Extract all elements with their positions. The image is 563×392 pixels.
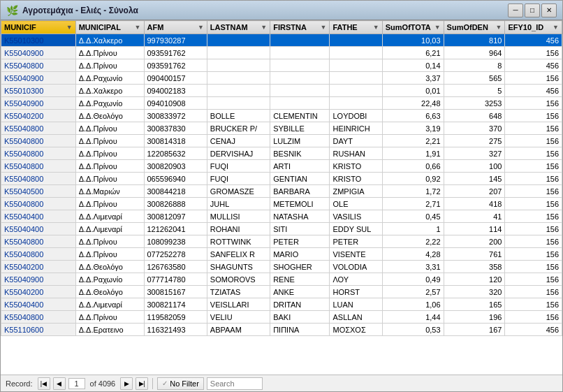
cell-sumofden: 964 <box>444 47 505 59</box>
current-record[interactable]: 1 <box>68 378 85 389</box>
cell-sumofden: 327 <box>444 147 505 160</box>
cell-sumoftota: 3,37 <box>382 72 444 85</box>
cell-firstname: SHOGHER <box>270 261 330 273</box>
cell-sumofden: 565 <box>444 72 505 85</box>
cell-municipal: Δ.Δ.Ραχωνίο <box>75 97 144 110</box>
table-row[interactable]: K55040800Δ.Δ.Πρίνου300837830BRUCKER P/SY… <box>1 122 562 135</box>
table-row[interactable]: K55040800Δ.Δ.Πρίνου077252278SANFELIX RMA… <box>1 248 562 261</box>
cell-municipal: Δ.Δ.Πρίνου <box>75 147 144 160</box>
cell-sumofden: 648 <box>444 110 505 122</box>
cell-efy10_id: 156 <box>505 248 562 261</box>
cell-municipif: K55040800 <box>1 198 76 210</box>
close-button[interactable]: ✕ <box>541 3 557 17</box>
table-row[interactable]: K55040900Δ.Δ.Πρίνου0935917626,21964156 <box>1 47 562 59</box>
col-header-efy10_id[interactable]: EFY10_ID▼ <box>505 21 562 34</box>
cell-efy10_id: 156 <box>505 185 562 198</box>
cell-firstname: LULZIM <box>270 135 330 147</box>
table-row[interactable]: K55040500Δ.Δ.Μαριών300844218GROMASZEBARB… <box>1 185 562 198</box>
table-row[interactable]: K55010300Δ.Δ.Χαλκερο0940021830,015456 <box>1 85 562 97</box>
cell-father: ASLLAN <box>330 311 382 324</box>
table-row[interactable]: K55040200Δ.Δ.Θεολόγο300833972BOLLECLEMEN… <box>1 110 562 122</box>
no-filter-button[interactable]: ✓ No Filter <box>157 377 204 390</box>
cell-firstname <box>270 85 330 97</box>
nav-prev-button[interactable]: ◀ <box>53 377 66 390</box>
cell-efy10_id: 156 <box>505 210 562 223</box>
nav-first-button[interactable]: |◀ <box>38 377 50 390</box>
cell-firstname: METEMOLI <box>270 198 330 210</box>
cell-father <box>330 59 382 72</box>
cell-firstname <box>270 72 330 85</box>
of-label: of 4096 <box>88 379 118 388</box>
col-header-municipif[interactable]: MUNICIF▼ <box>1 21 76 34</box>
cell-sumofden: 810 <box>444 34 505 47</box>
cell-lastname: SOMOROVS <box>207 273 270 286</box>
status-divider <box>152 378 153 389</box>
cell-father: KRISTO <box>330 160 382 173</box>
col-header-afm[interactable]: AFM▼ <box>144 21 207 34</box>
table-row[interactable]: K55040400Δ.Δ.Λιμεναρί300812097MULLISINAT… <box>1 210 562 223</box>
minimize-button[interactable]: ─ <box>508 3 523 17</box>
col-header-firstname[interactable]: FIRSTNA▼ <box>270 21 330 34</box>
col-header-municipal[interactable]: MUNICIPAL▼ <box>75 21 144 34</box>
cell-firstname: PETER <box>270 235 330 248</box>
cell-municipal: Δ.Δ.Πρίνου <box>75 198 144 210</box>
cell-efy10_id: 156 <box>505 261 562 273</box>
col-header-sumofden[interactable]: SumOfDEN▼ <box>444 21 505 34</box>
table-row[interactable]: K55040800Δ.Δ.Πρίνου122085632DERVISHAJBES… <box>1 147 562 160</box>
table-row[interactable]: K55040900Δ.Δ.Ραχωνίο0904001573,37565156 <box>1 72 562 85</box>
table-row[interactable]: K55040800Δ.Δ.Πρίνου300820903FUQIARTIKRIS… <box>1 160 562 173</box>
table-row[interactable]: K55110600Δ.Δ.Ερατεινο116321493ΑΒΡΑΑΜΠΙΠΙ… <box>1 324 562 336</box>
col-header-father[interactable]: FATHE▼ <box>330 21 382 34</box>
maximize-button[interactable]: □ <box>525 3 540 17</box>
table-row[interactable]: K55040400Δ.Δ.Λιμεναρί121262041ROHANISITI… <box>1 223 562 235</box>
table-body: K55010300Δ.Δ.Χαλκερο99793028710,03810456… <box>1 34 562 336</box>
cell-municipif: K55040800 <box>1 173 76 185</box>
cell-afm: 997930287 <box>144 34 207 47</box>
cell-firstname <box>270 47 330 59</box>
col-header-lastname[interactable]: LASTNAM▼ <box>207 21 270 34</box>
cell-afm: 300812097 <box>144 210 207 223</box>
table-row[interactable]: K55040900Δ.Δ.Ραχωνίο09401090822,48325315… <box>1 97 562 110</box>
table-row[interactable]: K55040800Δ.Δ.Πρίνου0935917620,148456 <box>1 59 562 72</box>
cell-efy10_id: 456 <box>505 85 562 97</box>
cell-municipal: Δ.Δ.Πρίνου <box>75 122 144 135</box>
status-bar: Record: |◀ ◀ 1 of 4096 ▶ ▶| ✓ No Filter <box>1 375 562 391</box>
cell-afm: 122085632 <box>144 147 207 160</box>
cell-municipif: K55040200 <box>1 286 76 298</box>
cell-sumofden: 8 <box>444 59 505 72</box>
table-row[interactable]: K55040800Δ.Δ.Πρίνου300826888JUHLMETEMOLI… <box>1 198 562 210</box>
cell-sumoftota: 1,44 <box>382 311 444 324</box>
search-input[interactable] <box>207 377 263 390</box>
cell-municipif: K55040400 <box>1 298 76 311</box>
cell-firstname: SYBILLE <box>270 122 330 135</box>
sort-arrow-icon: ▼ <box>321 24 327 31</box>
nav-last-button[interactable]: ▶| <box>136 377 148 390</box>
table-row[interactable]: K55040200Δ.Δ.Θεολόγο126763580SHAGUNTSSHO… <box>1 261 562 273</box>
table-row[interactable]: K55040800Δ.Δ.Πρίνου108099238ROTTWINKPETE… <box>1 235 562 248</box>
table-row[interactable]: K55040900Δ.Δ.Ραχωνίο077714780SOMOROVSREN… <box>1 273 562 286</box>
cell-sumofden: 5 <box>444 85 505 97</box>
table-scroll-area[interactable]: MUNICIF▼MUNICIPAL▼AFM▼LASTNAM▼FIRSTNA▼FA… <box>1 20 562 375</box>
table-row[interactable]: K55040400Δ.Δ.Λιμεναρί300821174VEISLLARID… <box>1 298 562 311</box>
cell-sumofden: 761 <box>444 248 505 261</box>
cell-father: KRISTO <box>330 173 382 185</box>
cell-lastname: SANFELIX R <box>207 248 270 261</box>
cell-sumoftota: 1,72 <box>382 185 444 198</box>
title-bar: 🌿 Αγροτεμάχια - Ελιές - Σύνολα ─ □ ✕ <box>1 1 562 20</box>
table-row[interactable]: K55040800Δ.Δ.Πρίνου065596940FUQIGENTIANK… <box>1 173 562 185</box>
cell-municipal: Δ.Δ.Ραχωνίο <box>75 273 144 286</box>
cell-efy10_id: 156 <box>505 235 562 248</box>
cell-sumofden: 207 <box>444 185 505 198</box>
table-row[interactable]: K55040800Δ.Δ.Πρίνου119582059VELIUBAKIASL… <box>1 311 562 324</box>
cell-sumofden: 100 <box>444 160 505 173</box>
cell-municipal: Δ.Δ.Μαριών <box>75 185 144 198</box>
table-row[interactable]: K55010300Δ.Δ.Χαλκερο99793028710,03810456 <box>1 34 562 47</box>
table-row[interactable]: K55040200Δ.Δ.Θεολόγο300815167TZIATASANKE… <box>1 286 562 298</box>
cell-municipif: K55040800 <box>1 135 76 147</box>
cell-lastname: BRUCKER P/ <box>207 122 270 135</box>
table-row[interactable]: K55040800Δ.Δ.Πρίνου300814318CENAJLULZIMD… <box>1 135 562 147</box>
nav-next-button[interactable]: ▶ <box>120 377 133 390</box>
cell-father: VOLODIA <box>330 261 382 273</box>
cell-municipal: Δ.Δ.Λιμεναρί <box>75 223 144 235</box>
col-header-sumoftota[interactable]: SumOfTOTA▼ <box>382 21 444 34</box>
